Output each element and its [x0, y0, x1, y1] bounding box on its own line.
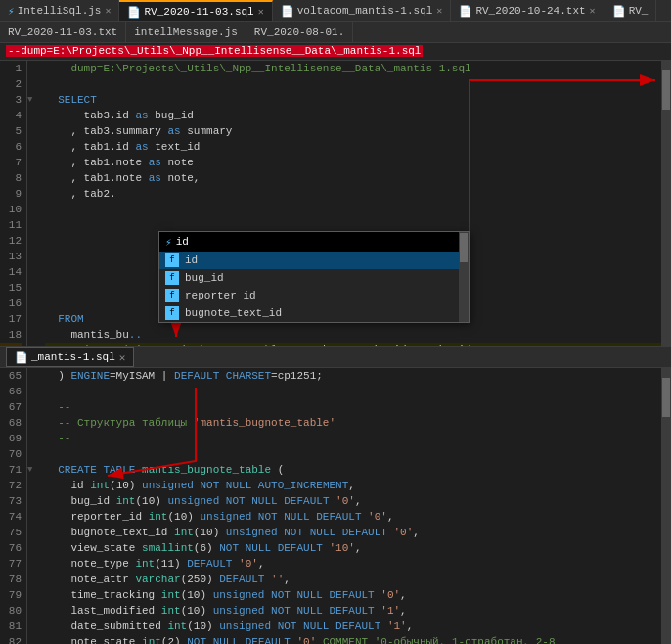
code-line-7: , tab1.note as note	[45, 155, 661, 170]
path-bar: --dump=E:\Projects\_Utils\_Npp__Intellis…	[0, 43, 671, 61]
vscrollbar-1[interactable]	[661, 61, 671, 346]
e2-line-67: --	[45, 399, 661, 415]
ac-item-bugnote-text-id[interactable]: f bugnote_text_id	[159, 304, 469, 322]
ac-item-icon-1: f	[165, 271, 179, 285]
tab-intellmessage[interactable]: intellMessage.js	[126, 22, 246, 43]
splitter-close[interactable]: ✕	[119, 351, 126, 364]
ac-item-icon-0: f	[165, 253, 179, 267]
file-icon-4: 📄	[612, 5, 626, 18]
autocomplete-dropdown[interactable]: ⚡ id f id f bug_id f reporter_id f bugno…	[158, 231, 470, 323]
ac-scrollthumb	[460, 233, 468, 262]
code-line-10	[45, 202, 661, 217]
line-numbers-2: 65 66 67 68 69 70 71 72 73 74 75 76 77 7…	[0, 368, 27, 644]
splitter-tab-icon: 📄	[15, 351, 28, 364]
e2-line-70	[45, 446, 661, 462]
second-tab-bar: RV_2020-11-03.txt intellMessage.js RV_20…	[0, 22, 671, 43]
ac-header: ⚡ id	[159, 232, 469, 252]
ac-item-bug-id[interactable]: f bug_id	[159, 269, 469, 287]
ac-scrollbar[interactable]	[459, 232, 469, 322]
e2-line-73: bug_id int(10) unsigned NOT NULL DEFAULT…	[45, 493, 661, 509]
vscrollthumb-1	[662, 70, 670, 110]
close-tab-3[interactable]: ✕	[590, 5, 596, 17]
code-area-2[interactable]: ) ENGINE=MyISAM | DEFAULT CHARSET=cp1251…	[39, 368, 661, 644]
e2-line-66	[45, 384, 661, 399]
editor-1: 1 2 3 4 5 6 7 8 9 10 11 12 13 14 15 16 1…	[0, 61, 671, 346]
file-icon-sql: 📄	[127, 6, 141, 19]
e2-line-78: note_attr varchar(250) DEFAULT '',	[45, 572, 661, 587]
tab-intellisql[interactable]: ⚡ IntelliSql.js ✕	[0, 0, 119, 22]
code-line-2	[45, 76, 661, 92]
file-icon-2: 📄	[281, 5, 294, 18]
tab-rv-2020-11-03-sql[interactable]: 📄 RV_2020-11-03.sql ✕	[119, 0, 272, 22]
code-line-9: , tab2.	[45, 186, 661, 202]
e2-line-69: --	[45, 431, 661, 446]
e2-line-80: last_modified int(10) unsigned NOT NULL …	[45, 603, 661, 619]
e2-line-77: note_type int(11) DEFAULT '0',	[45, 556, 661, 572]
fold-icon-2[interactable]: ▼	[27, 465, 32, 475]
tab-rv-partial[interactable]: 📄 RV_	[604, 0, 657, 22]
e2-line-71: CREATE TABLE mantis_bugnote_table (	[45, 462, 661, 478]
e2-line-74: reporter_id int(10) unsigned NOT NULL DE…	[45, 509, 661, 525]
ac-item-reporter-id[interactable]: f reporter_id	[159, 287, 469, 304]
e2-line-75: bugnote_text_id int(10) unsigned NOT NUL…	[45, 525, 661, 540]
ac-header-icon: ⚡	[165, 236, 172, 249]
e2-line-82: note_state int(2) NOT NULL DEFAULT '0' C…	[45, 634, 661, 644]
e2-line-81: date_submitted int(10) unsigned NOT NULL…	[45, 619, 661, 634]
e2-line-76: view_state smallint(6) NOT NULL DEFAULT …	[45, 540, 661, 556]
tab-voltacom[interactable]: 📄 voltacom_mantis-1.sql ✕	[273, 0, 452, 22]
e2-line-79: time_tracking int(10) unsigned NOT NULL …	[45, 587, 661, 603]
code-line-19: inner join mantis_bugnote_table AS tab2 …	[45, 343, 661, 346]
tab-rv-2020-10-24[interactable]: 📄 RV_2020-10-24.txt ✕	[451, 0, 604, 22]
close-tab-2[interactable]: ✕	[436, 5, 442, 17]
fold-gutter-2: ▼	[27, 368, 39, 644]
tab-rv-txt[interactable]: RV_2020-11-03.txt	[0, 22, 126, 43]
splitter-tab[interactable]: 📄 _mantis-1.sql ✕	[6, 347, 134, 367]
vscrollbar-2[interactable]	[661, 368, 671, 644]
editor-2: 65 66 67 68 69 70 71 72 73 74 75 76 77 7…	[0, 368, 671, 644]
e2-line-68: -- Структура таблицы 'mantis_bugnote_tab…	[45, 415, 661, 431]
ac-item-id[interactable]: f id	[159, 252, 469, 269]
code-line-4: tab3.id as bug_id	[45, 108, 661, 123]
e2-line-65: ) ENGINE=MyISAM | DEFAULT CHARSET=cp1251…	[45, 368, 661, 384]
fold-gutter: ▼	[27, 61, 39, 346]
line-numbers-1: 1 2 3 4 5 6 7 8 9 10 11 12 13 14 15 16 1…	[0, 61, 27, 346]
tab-rv-2020-08[interactable]: RV_2020-08-01.	[246, 22, 353, 43]
code-line-1: --dump=E:\Projects\_Utils\_Npp__Intellis…	[45, 61, 661, 76]
ac-item-icon-2: f	[165, 289, 179, 302]
code-line-3: SELECT	[45, 92, 661, 108]
top-tab-bar: ⚡ IntelliSql.js ✕ 📄 RV_2020-11-03.sql ✕ …	[0, 0, 671, 22]
file-icon: ⚡	[8, 5, 15, 18]
close-tab-0[interactable]: ✕	[105, 5, 111, 17]
vscrollthumb-2	[662, 378, 670, 417]
code-line-6: , tab1.id as text_id	[45, 139, 661, 155]
code-line-8: , tab1.note as note,	[45, 170, 661, 186]
code-line-18: mantis_bu..	[45, 327, 661, 343]
path-highlight: --dump=E:\Projects\_Utils\_Npp__Intellis…	[6, 45, 423, 57]
ac-item-icon-3: f	[165, 306, 179, 320]
close-tab-1[interactable]: ✕	[258, 6, 264, 18]
file-icon-3: 📄	[459, 5, 472, 18]
e2-line-72: id int(10) unsigned NOT NULL AUTO_INCREM…	[45, 478, 661, 493]
fold-icon[interactable]: ▼	[27, 95, 32, 105]
code-line-5: , tab3.summary as summary	[45, 123, 661, 139]
splitter: 📄 _mantis-1.sql ✕	[0, 346, 671, 368]
